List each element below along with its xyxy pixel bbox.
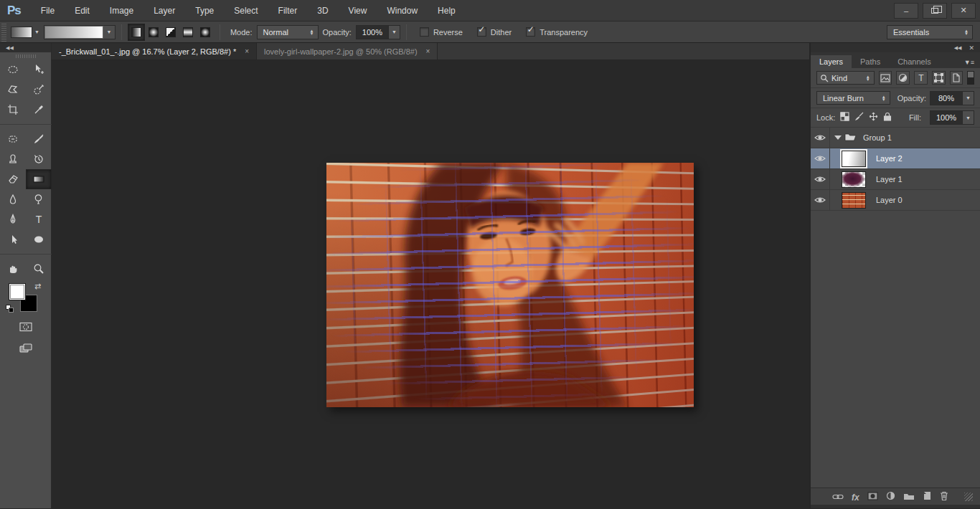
panel-menu-icon[interactable]: ▼≡ — [958, 57, 980, 68]
visibility-toggle[interactable] — [811, 169, 830, 189]
gradient-tool[interactable] — [26, 169, 52, 189]
clone-stamp-tool[interactable] — [0, 149, 26, 169]
menu-view[interactable]: View — [339, 0, 377, 22]
default-colors-icon[interactable] — [6, 305, 14, 313]
shape-layer-filter-button[interactable] — [932, 71, 946, 85]
menu-file[interactable]: File — [31, 0, 65, 22]
ellipse-shape-tool[interactable] — [26, 229, 52, 249]
polygonal-lasso-tool[interactable] — [0, 80, 26, 100]
new-group-button[interactable] — [903, 490, 915, 503]
link-layers-button[interactable] — [832, 490, 844, 503]
lock-transparency-button[interactable] — [840, 111, 849, 124]
layer-thumbnail[interactable] — [842, 151, 866, 167]
adjustment-layer-filter-button[interactable] — [896, 71, 910, 85]
tab-girl-wallpaper-document[interactable]: lovely-girl-wallpaper-2.jpg @ 50% (RGB/8… — [257, 43, 438, 60]
tools-collapse-strip[interactable]: ◀◀ — [0, 43, 51, 52]
radial-gradient-button[interactable] — [145, 24, 162, 41]
delete-layer-button[interactable] — [940, 490, 948, 503]
layer-row-layer-2[interactable]: Layer 2 — [811, 148, 980, 169]
tool-preset-picker[interactable] — [11, 27, 32, 38]
visibility-toggle[interactable] — [811, 190, 830, 210]
menu-filter[interactable]: Filter — [268, 0, 308, 22]
tool-preset-arrow-icon[interactable]: ▼ — [34, 29, 39, 34]
layer-styles-button[interactable]: fx — [852, 490, 859, 503]
layer-row-layer-1[interactable]: Layer 1 — [811, 169, 980, 190]
angle-gradient-button[interactable] — [162, 24, 179, 41]
menu-3d[interactable]: 3D — [307, 0, 338, 22]
elliptical-marquee-tool[interactable] — [0, 60, 26, 80]
dodge-tool[interactable] — [26, 189, 52, 209]
opacity-dropdown-icon[interactable]: ▼ — [388, 26, 400, 39]
quick-selection-tool[interactable] — [26, 80, 52, 100]
layer-thumbnail[interactable] — [842, 171, 866, 188]
dither-checkbox[interactable]: ✓ Dither — [477, 27, 512, 37]
layer-opacity-field[interactable]: 80% ▼ — [930, 91, 974, 105]
reverse-checkbox[interactable]: Reverse — [420, 27, 463, 37]
checkbox-box[interactable]: ✓ — [477, 27, 486, 37]
menu-image[interactable]: Image — [100, 0, 143, 22]
tab-channels[interactable]: Channels — [889, 55, 939, 68]
tab-close-icon[interactable]: × — [245, 47, 249, 55]
menu-type[interactable]: Type — [185, 0, 224, 22]
gradient-editor[interactable]: ▼ — [44, 25, 116, 39]
fill-dropdown-icon[interactable]: ▼ — [962, 111, 974, 124]
pen-tool[interactable] — [0, 209, 26, 229]
smart-object-filter-button[interactable] — [950, 71, 963, 85]
reflected-gradient-button[interactable] — [179, 24, 197, 41]
add-layer-mask-button[interactable] — [867, 490, 878, 503]
filtering-toggle-switch[interactable] — [967, 71, 974, 85]
group-expand-icon[interactable] — [834, 135, 842, 140]
tab-paths[interactable]: Paths — [852, 55, 889, 68]
options-bar-grip[interactable] — [1, 23, 6, 42]
lock-all-button[interactable] — [883, 111, 892, 124]
lock-pixels-button[interactable] — [854, 111, 864, 124]
crop-tool[interactable] — [0, 100, 26, 120]
menu-select[interactable]: Select — [224, 0, 268, 22]
type-layer-filter-button[interactable]: T — [914, 71, 928, 85]
visibility-toggle[interactable] — [811, 148, 830, 168]
swap-colors-icon[interactable]: ⇄ — [34, 282, 41, 291]
layer-row-group-1[interactable]: Group 1 — [811, 128, 980, 148]
blend-mode-select[interactable]: Normal ▲▼ — [257, 25, 319, 39]
layer-fill-field[interactable]: 100% ▼ — [930, 110, 974, 125]
type-tool[interactable]: T — [26, 209, 52, 229]
tools-grip[interactable] — [0, 52, 51, 60]
hand-tool[interactable] — [0, 259, 26, 279]
linear-gradient-button[interactable] — [128, 24, 145, 41]
opacity-field[interactable]: 100% ▼ — [356, 25, 400, 39]
opacity-dropdown-icon[interactable]: ▼ — [962, 92, 974, 105]
checkbox-box[interactable] — [420, 27, 429, 37]
history-brush-tool[interactable] — [26, 149, 52, 169]
menu-layer[interactable]: Layer — [143, 0, 185, 22]
new-adjustment-layer-button[interactable] — [886, 490, 895, 503]
eyedropper-tool[interactable] — [26, 100, 52, 120]
gradient-preview[interactable] — [44, 26, 103, 39]
checkbox-box[interactable]: ✓ — [526, 27, 535, 37]
spot-healing-brush-tool[interactable] — [0, 129, 26, 149]
layer-thumbnail[interactable] — [842, 192, 866, 209]
zoom-tool[interactable] — [26, 259, 52, 279]
gradient-picker-arrow-icon[interactable]: ▼ — [103, 26, 115, 39]
brush-tool[interactable] — [26, 129, 52, 149]
collapse-to-icons-icon[interactable]: ◀◀ — [954, 45, 962, 51]
panel-resize-grip[interactable] — [964, 493, 973, 501]
menu-help[interactable]: Help — [428, 0, 466, 22]
layer-row-layer-0[interactable]: Layer 0 — [811, 190, 980, 211]
visibility-toggle[interactable] — [811, 128, 830, 148]
quick-mask-button[interactable] — [0, 316, 51, 338]
layer-blend-mode-select[interactable]: Linear Burn ▲▼ — [816, 91, 890, 105]
restore-button[interactable] — [923, 3, 947, 19]
minimize-button[interactable]: – — [894, 3, 918, 19]
tab-layers[interactable]: Layers — [811, 55, 852, 68]
menu-window[interactable]: Window — [377, 0, 428, 22]
close-button[interactable]: ✕ — [951, 3, 976, 19]
tab-brickwall-document[interactable]: -_Brickwall_01_-.jpg @ 16.7% (Layer 2, R… — [52, 43, 257, 60]
pixel-layer-filter-button[interactable] — [879, 71, 892, 85]
dock-close-icon[interactable]: ✕ — [969, 44, 974, 52]
canvas-pasteboard[interactable] — [52, 60, 809, 508]
tab-close-icon[interactable]: × — [426, 47, 430, 55]
filter-kind-select[interactable]: Kind ▲▼ — [816, 71, 875, 85]
lock-position-button[interactable] — [869, 111, 878, 124]
workspace-switcher[interactable]: Essentials ▲▼ — [887, 25, 973, 39]
diamond-gradient-button[interactable] — [197, 24, 214, 41]
